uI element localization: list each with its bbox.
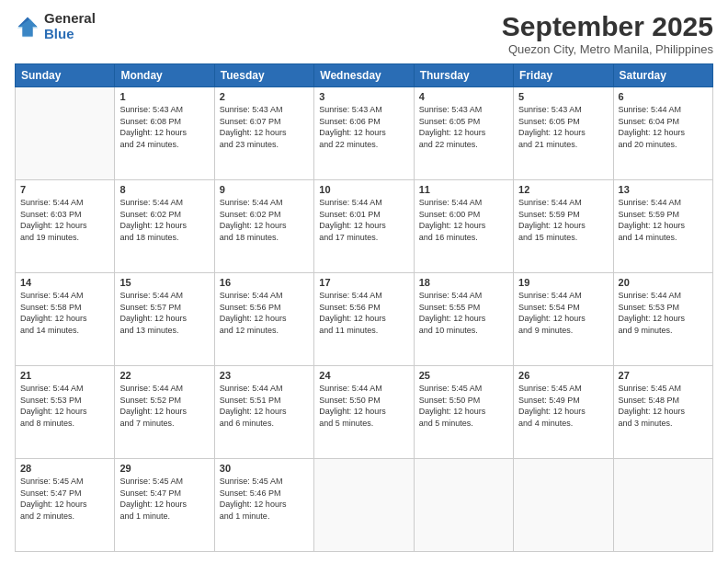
day-number: 17 — [319, 277, 408, 288]
table-row: 11Sunrise: 5:44 AM Sunset: 6:00 PM Dayli… — [414, 180, 513, 273]
day-number: 23 — [220, 370, 309, 381]
day-number: 4 — [419, 91, 508, 102]
table-row: 18Sunrise: 5:44 AM Sunset: 5:55 PM Dayli… — [414, 273, 513, 366]
calendar-row: 21Sunrise: 5:44 AM Sunset: 5:53 PM Dayli… — [16, 366, 713, 459]
cell-content: Sunrise: 5:44 AM Sunset: 5:54 PM Dayligh… — [518, 290, 608, 336]
table-row: 26Sunrise: 5:45 AM Sunset: 5:49 PM Dayli… — [514, 366, 613, 459]
location: Quezon City, Metro Manila, Philippines — [502, 42, 713, 56]
cell-content: Sunrise: 5:44 AM Sunset: 6:02 PM Dayligh… — [119, 197, 209, 243]
cell-content: Sunrise: 5:44 AM Sunset: 6:02 PM Dayligh… — [220, 197, 309, 243]
table-row: 2Sunrise: 5:43 AM Sunset: 6:07 PM Daylig… — [214, 87, 313, 180]
calendar-row: 7Sunrise: 5:44 AM Sunset: 6:03 PM Daylig… — [16, 180, 713, 273]
day-number: 12 — [518, 184, 608, 195]
table-row: 21Sunrise: 5:44 AM Sunset: 5:53 PM Dayli… — [16, 366, 115, 459]
day-number: 28 — [20, 463, 109, 474]
cell-content: Sunrise: 5:44 AM Sunset: 5:59 PM Dayligh… — [619, 197, 708, 243]
day-number: 16 — [220, 277, 309, 288]
day-number: 3 — [319, 91, 408, 102]
table-row: 15Sunrise: 5:44 AM Sunset: 5:57 PM Dayli… — [115, 273, 214, 366]
calendar-row: 1Sunrise: 5:43 AM Sunset: 6:08 PM Daylig… — [16, 87, 713, 180]
table-row: 9Sunrise: 5:44 AM Sunset: 6:02 PM Daylig… — [214, 180, 313, 273]
table-row: 3Sunrise: 5:43 AM Sunset: 6:06 PM Daylig… — [314, 87, 414, 180]
cell-content: Sunrise: 5:45 AM Sunset: 5:50 PM Dayligh… — [419, 383, 508, 429]
cell-content: Sunrise: 5:44 AM Sunset: 5:56 PM Dayligh… — [220, 290, 309, 336]
table-row: 5Sunrise: 5:43 AM Sunset: 6:05 PM Daylig… — [514, 87, 613, 180]
day-number: 2 — [220, 91, 309, 102]
cell-content: Sunrise: 5:44 AM Sunset: 6:03 PM Dayligh… — [20, 197, 109, 243]
cell-content: Sunrise: 5:45 AM Sunset: 5:48 PM Dayligh… — [619, 383, 708, 429]
header-friday: Friday — [514, 64, 613, 87]
days-header-row: Sunday Monday Tuesday Wednesday Thursday… — [16, 64, 713, 87]
title-section: September 2025 Quezon City, Metro Manila… — [502, 11, 713, 56]
day-number: 10 — [319, 184, 408, 195]
day-number: 26 — [518, 370, 608, 381]
table-row — [514, 459, 613, 552]
day-number: 5 — [518, 91, 608, 102]
calendar-row: 14Sunrise: 5:44 AM Sunset: 5:58 PM Dayli… — [16, 273, 713, 366]
header-thursday: Thursday — [414, 64, 513, 87]
day-number: 7 — [20, 184, 109, 195]
table-row — [613, 459, 712, 552]
header-tuesday: Tuesday — [214, 64, 313, 87]
cell-content: Sunrise: 5:44 AM Sunset: 5:52 PM Dayligh… — [119, 383, 209, 429]
day-number: 24 — [319, 370, 408, 381]
day-number: 29 — [119, 463, 209, 474]
cell-content: Sunrise: 5:44 AM Sunset: 5:51 PM Dayligh… — [220, 383, 309, 429]
table-row: 16Sunrise: 5:44 AM Sunset: 5:56 PM Dayli… — [214, 273, 313, 366]
day-number: 18 — [419, 277, 508, 288]
table-row: 17Sunrise: 5:44 AM Sunset: 5:56 PM Dayli… — [314, 273, 414, 366]
cell-content: Sunrise: 5:43 AM Sunset: 6:06 PM Dayligh… — [319, 104, 408, 150]
logo-general: General — [44, 11, 96, 27]
table-row: 20Sunrise: 5:44 AM Sunset: 5:53 PM Dayli… — [613, 273, 712, 366]
table-row: 7Sunrise: 5:44 AM Sunset: 6:03 PM Daylig… — [16, 180, 115, 273]
table-row: 30Sunrise: 5:45 AM Sunset: 5:46 PM Dayli… — [214, 459, 313, 552]
calendar-row: 28Sunrise: 5:45 AM Sunset: 5:47 PM Dayli… — [16, 459, 713, 552]
day-number: 14 — [20, 277, 109, 288]
cell-content: Sunrise: 5:43 AM Sunset: 6:05 PM Dayligh… — [419, 104, 508, 150]
table-row — [16, 87, 115, 180]
table-row: 22Sunrise: 5:44 AM Sunset: 5:52 PM Dayli… — [115, 366, 214, 459]
day-number: 6 — [619, 91, 708, 102]
table-row: 14Sunrise: 5:44 AM Sunset: 5:58 PM Dayli… — [16, 273, 115, 366]
day-number: 13 — [619, 184, 708, 195]
header-monday: Monday — [115, 64, 214, 87]
day-number: 8 — [119, 184, 209, 195]
table-row: 12Sunrise: 5:44 AM Sunset: 5:59 PM Dayli… — [514, 180, 613, 273]
cell-content: Sunrise: 5:44 AM Sunset: 6:00 PM Dayligh… — [419, 197, 508, 243]
table-row: 1Sunrise: 5:43 AM Sunset: 6:08 PM Daylig… — [115, 87, 214, 180]
header: General Blue September 2025 Quezon City,… — [15, 11, 713, 56]
logo-icon — [15, 14, 40, 40]
day-number: 11 — [419, 184, 508, 195]
table-row: 10Sunrise: 5:44 AM Sunset: 6:01 PM Dayli… — [314, 180, 414, 273]
day-number: 1 — [119, 91, 209, 102]
table-row: 6Sunrise: 5:44 AM Sunset: 6:04 PM Daylig… — [613, 87, 712, 180]
cell-content: Sunrise: 5:44 AM Sunset: 5:55 PM Dayligh… — [419, 290, 508, 336]
cell-content: Sunrise: 5:44 AM Sunset: 5:56 PM Dayligh… — [319, 290, 408, 336]
table-row: 25Sunrise: 5:45 AM Sunset: 5:50 PM Dayli… — [414, 366, 513, 459]
day-number: 19 — [518, 277, 608, 288]
cell-content: Sunrise: 5:44 AM Sunset: 5:50 PM Dayligh… — [319, 383, 408, 429]
cell-content: Sunrise: 5:44 AM Sunset: 6:01 PM Dayligh… — [319, 197, 408, 243]
day-number: 21 — [20, 370, 109, 381]
table-row: 4Sunrise: 5:43 AM Sunset: 6:05 PM Daylig… — [414, 87, 513, 180]
cell-content: Sunrise: 5:43 AM Sunset: 6:07 PM Dayligh… — [220, 104, 309, 150]
month-title: September 2025 — [502, 11, 713, 42]
table-row — [314, 459, 414, 552]
day-number: 25 — [419, 370, 508, 381]
header-sunday: Sunday — [16, 64, 115, 87]
day-number: 9 — [220, 184, 309, 195]
table-row: 28Sunrise: 5:45 AM Sunset: 5:47 PM Dayli… — [16, 459, 115, 552]
cell-content: Sunrise: 5:45 AM Sunset: 5:49 PM Dayligh… — [518, 383, 608, 429]
logo-blue: Blue — [44, 27, 96, 42]
cell-content: Sunrise: 5:44 AM Sunset: 5:59 PM Dayligh… — [518, 197, 608, 243]
cell-content: Sunrise: 5:44 AM Sunset: 5:57 PM Dayligh… — [119, 290, 209, 336]
table-row: 23Sunrise: 5:44 AM Sunset: 5:51 PM Dayli… — [214, 366, 313, 459]
day-number: 20 — [619, 277, 708, 288]
table-row: 27Sunrise: 5:45 AM Sunset: 5:48 PM Dayli… — [613, 366, 712, 459]
cell-content: Sunrise: 5:44 AM Sunset: 5:53 PM Dayligh… — [619, 290, 708, 336]
day-number: 22 — [119, 370, 209, 381]
cell-content: Sunrise: 5:44 AM Sunset: 5:58 PM Dayligh… — [20, 290, 109, 336]
cell-content: Sunrise: 5:45 AM Sunset: 5:47 PM Dayligh… — [119, 476, 209, 522]
calendar: Sunday Monday Tuesday Wednesday Thursday… — [15, 63, 713, 552]
day-number: 27 — [619, 370, 708, 381]
